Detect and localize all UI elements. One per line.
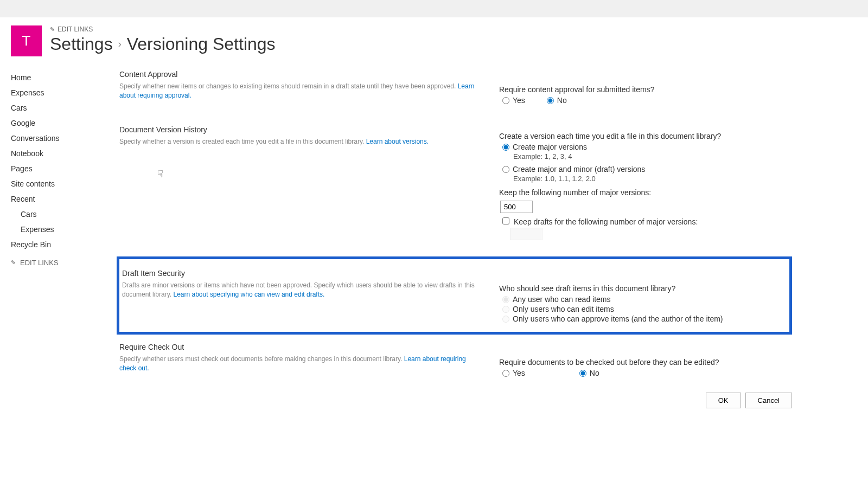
- main-content: Content Approval Specify whether new ite…: [108, 70, 857, 408]
- learn-drafts-link[interactable]: Learn about specifying who can view and …: [173, 291, 324, 298]
- section-draft-security: Draft Item Security Drafts are minor ver…: [119, 269, 789, 324]
- pencil-icon: ✎: [50, 26, 55, 33]
- approval-no[interactable]: No: [547, 96, 567, 105]
- breadcrumb-separator-icon: ›: [118, 38, 122, 50]
- checkout-yes[interactable]: Yes: [502, 369, 525, 377]
- radio-label: Yes: [513, 369, 525, 377]
- keep-drafts-input: [510, 228, 542, 240]
- edit-links-top[interactable]: ✎ EDIT LINKS: [50, 25, 857, 33]
- nav-google[interactable]: Google: [11, 115, 108, 131]
- keep-drafts-label: Keep drafts for the following number of …: [514, 217, 698, 226]
- radio-approval-no[interactable]: [547, 97, 554, 104]
- version-question: Create a version each time you edit a fi…: [499, 132, 792, 140]
- section-desc: Specify whether new items or changes to …: [119, 82, 483, 100]
- radio-draft-edit[interactable]: [502, 306, 509, 313]
- radio-checkout-yes[interactable]: [502, 370, 509, 377]
- desc-text: Specify whether a version is created eac…: [119, 138, 366, 145]
- radio-checkout-no[interactable]: [579, 370, 586, 377]
- draft-approve-users[interactable]: Only users who can approve items (and th…: [502, 314, 781, 323]
- edit-links-label: EDIT LINKS: [20, 259, 59, 267]
- edit-links-label: EDIT LINKS: [58, 25, 93, 33]
- example-major: Example: 1, 2, 3, 4: [513, 152, 792, 160]
- approval-yes[interactable]: Yes: [502, 96, 525, 105]
- section-checkout: Require Check Out Specify whether users …: [119, 343, 792, 382]
- radio-label: No: [590, 369, 599, 377]
- radio-draft-any[interactable]: [502, 296, 509, 303]
- radio-version-minor[interactable]: [502, 166, 509, 173]
- section-title: Draft Item Security: [122, 269, 483, 278]
- radio-label: Create major and minor (draft) versions: [513, 165, 645, 174]
- nav-notebook[interactable]: Notebook: [11, 146, 108, 161]
- draft-question: Who should see draft items in this docum…: [499, 284, 781, 293]
- breadcrumb-root[interactable]: Settings: [50, 34, 113, 54]
- checkout-question: Require documents to be checked out befo…: [499, 358, 792, 367]
- keep-versions-input[interactable]: [500, 201, 533, 213]
- section-desc: Specify whether a version is created eac…: [119, 137, 483, 146]
- left-nav: Home Expenses Cars Google Conversations …: [11, 70, 108, 408]
- nav-recent[interactable]: Recent: [11, 191, 108, 207]
- breadcrumb-current: Versioning Settings: [127, 34, 276, 54]
- desc-text: Specify whether users must check out doc…: [119, 355, 404, 363]
- form-buttons: OK Cancel: [119, 393, 792, 408]
- nav-recent-cars[interactable]: Cars: [11, 207, 108, 222]
- version-minor[interactable]: Create major and minor (draft) versions: [502, 165, 792, 174]
- radio-label: Only users who can edit items: [513, 305, 614, 313]
- version-major[interactable]: Create major versions: [502, 143, 792, 151]
- section-content-approval: Content Approval Specify whether new ite…: [119, 70, 792, 109]
- section-title: Require Check Out: [119, 343, 483, 351]
- nav-conversations[interactable]: Conversations: [11, 131, 108, 146]
- ok-button[interactable]: OK: [706, 393, 741, 408]
- pencil-icon: ✎: [11, 259, 16, 266]
- section-title: Content Approval: [119, 70, 483, 79]
- radio-label: Create major versions: [513, 143, 587, 151]
- desc-text: Specify whether new items or changes to …: [119, 82, 458, 90]
- radio-label: Yes: [513, 96, 525, 105]
- suite-bar: [0, 0, 868, 17]
- nav-pages[interactable]: Pages: [11, 161, 108, 176]
- radio-version-major[interactable]: [502, 144, 509, 151]
- section-desc: Specify whether users must check out doc…: [119, 355, 483, 373]
- breadcrumb: Settings › Versioning Settings: [50, 34, 857, 54]
- keep-versions-label: Keep the following number of major versi…: [499, 188, 792, 197]
- edit-links-sidebar[interactable]: ✎ EDIT LINKS: [11, 259, 108, 267]
- page-header: T ✎ EDIT LINKS Settings › Versioning Set…: [11, 25, 857, 56]
- nav-site-contents[interactable]: Site contents: [11, 176, 108, 191]
- section-desc: Drafts are minor versions or items which…: [122, 281, 483, 299]
- radio-draft-approve[interactable]: [502, 316, 509, 323]
- draft-any-user[interactable]: Any user who can read items: [502, 295, 781, 304]
- example-minor: Example: 1.0, 1.1, 1.2, 2.0: [513, 175, 792, 183]
- site-logo[interactable]: T: [11, 25, 42, 56]
- radio-label: Only users who can approve items (and th…: [513, 314, 723, 323]
- draft-edit-users[interactable]: Only users who can edit items: [502, 305, 781, 313]
- highlighted-draft-security: Draft Item Security Drafts are minor ver…: [117, 256, 792, 335]
- radio-label: Any user who can read items: [513, 295, 611, 304]
- cancel-button[interactable]: Cancel: [745, 393, 792, 408]
- approval-question: Require content approval for submitted i…: [499, 85, 792, 94]
- nav-recycle-bin[interactable]: Recycle Bin: [11, 237, 108, 252]
- section-title: Document Version History: [119, 125, 483, 134]
- checkout-no[interactable]: No: [579, 369, 599, 377]
- nav-cars[interactable]: Cars: [11, 100, 108, 115]
- radio-label: No: [557, 96, 567, 105]
- learn-versions-link[interactable]: Learn about versions.: [366, 138, 429, 145]
- section-version-history: Document Version History Specify whether…: [119, 125, 792, 240]
- nav-recent-expenses[interactable]: Expenses: [11, 222, 108, 237]
- nav-expenses[interactable]: Expenses: [11, 85, 108, 100]
- keep-drafts-checkbox[interactable]: [502, 217, 509, 224]
- radio-approval-yes[interactable]: [502, 97, 509, 104]
- nav-home[interactable]: Home: [11, 70, 108, 85]
